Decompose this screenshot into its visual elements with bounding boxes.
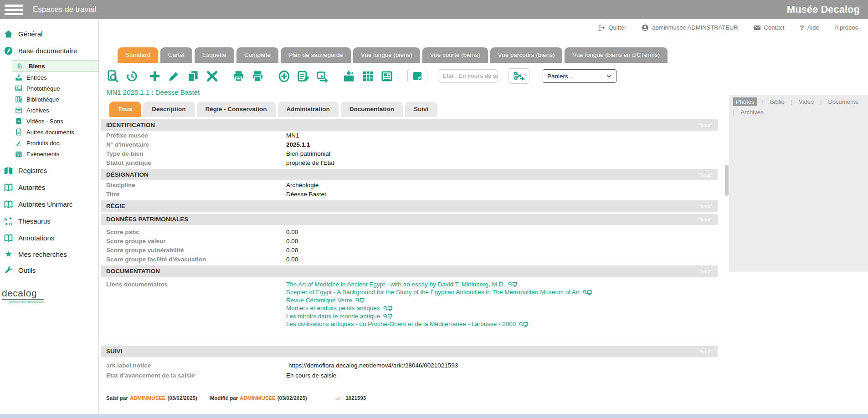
report-button[interactable] [381,70,393,82]
back-to-top-link[interactable]: ^haut^ [698,122,713,128]
sidebar-item-entrees[interactable]: Entrées [12,72,98,83]
vertical-scrollbar-thumb[interactable] [725,165,729,196]
sidebar-item-registres[interactable]: Registres [0,162,98,179]
base-documentaire-sublist: ♘ Biens Entrées Photothèque Bibliothèque… [12,60,98,159]
view-tab-etiquette[interactable]: Etiquette [195,47,234,63]
media-tab-separator: | [791,98,792,105]
detail-tab-tous[interactable]: Tous [109,102,141,117]
user-account[interactable]: adminmusee ADMINSTRATEUR [642,24,738,31]
back-to-top-link[interactable]: ^haut^ [698,349,713,354]
sidebar-item-autres-documents[interactable]: Autres documents [12,127,98,138]
sidebar-item-evenements[interactable]: Evènements [12,148,98,159]
link-tool-button[interactable] [508,68,529,84]
sidebar-item-thesaurus[interactable]: AB Thesaurus [0,213,98,229]
delete-button[interactable] [206,70,218,82]
duplicate-button[interactable] [187,70,199,82]
grid-calc-button[interactable] [362,70,374,82]
field-value: 0.00 [286,229,298,235]
detail-tab-administration[interactable]: Administration [278,102,339,117]
sidebar-item-base-documentaire[interactable]: Base documentaire [0,42,98,59]
media-tab-documents[interactable]: Documents [826,97,860,106]
documentation-link[interactable]: Scepter of Egypt - A Background for the … [286,289,592,296]
sidebar-item-videos-sons[interactable]: Vidéos - Sons [12,116,98,127]
field-row: Score groupe facilité d'évacuation 0.00 [101,255,718,264]
paniers-select[interactable]: Paniers... [543,69,616,83]
history-button[interactable] [126,70,138,82]
edit-form-button[interactable] [297,70,309,82]
field-row: Score groupe valeur 0.00 [101,236,718,245]
field-value: En cours de saisie [286,372,336,379]
add-button[interactable] [149,70,161,82]
view-tab-standard[interactable]: Standard [118,47,158,63]
back-to-top-link[interactable]: ^haut^ [698,269,713,274]
sidebar-item-mes-recherches[interactable]: ★ Mes recherches [0,246,98,262]
quit-link[interactable]: Quitter [598,24,626,31]
media-tab-biblio[interactable]: Biblio [768,97,786,106]
menu-icon[interactable] [5,3,23,17]
sidebar-item-phototheque[interactable]: Photothèque [12,83,98,94]
back-to-top-link[interactable]: ^haut^ [698,204,713,209]
sidebar-item-autorites[interactable]: Autorités [0,179,98,196]
media-tab-photos[interactable]: Photos [733,97,757,106]
contact-link[interactable]: Contact [754,24,785,31]
documentation-link[interactable]: Mortiers et enduits peints antiques [286,305,592,312]
documentation-link[interactable]: The Art of Medicine in Ancient Egypt - w… [286,281,592,289]
note-button[interactable] [407,69,427,83]
view-tab-plan-sauvegarde[interactable]: Plan de sauvegarde [281,47,351,63]
view-tab-complete[interactable]: Complète [236,47,278,63]
documentation-link[interactable]: Revue Céramique Verre [286,297,592,305]
archive-in-button[interactable] [343,70,355,82]
sidebar-item-bibliotheque[interactable]: Bibliothèque [12,94,98,105]
view-tab-cartel[interactable]: Cartel [160,47,192,63]
sidebar-item-produits-doc[interactable]: Produits doc. [12,138,98,148]
modifie-par-date: (03/02/2025) [277,395,307,401]
database-badge-icon [4,46,13,56]
logo-text: decalog [2,288,44,300]
star-icon: ★ [4,250,13,258]
print-list-button[interactable] [252,70,264,82]
sidebar-item-label: Base documentaire [18,47,77,55]
view-tab-vue-parcours-biens[interactable]: Vue parcours (biens) [490,47,563,63]
sidebar-item-label: Autorités Unimarc [18,200,72,208]
preview-window-icon [519,321,529,327]
paniers-label: Paniers... [547,73,573,80]
detail-tab-suivi[interactable]: Suivi [405,102,437,117]
add-related-button[interactable] [278,70,290,82]
sidebar-item-biens[interactable]: ♘ Biens [12,60,98,72]
document-icon [15,128,22,136]
audit-line: Saisi par ADMINMUSEE (03/02/2025) Modifi… [106,395,718,401]
edit-button[interactable] [168,70,180,82]
about-link[interactable]: A propos [835,24,858,31]
field-value: 0.00 [286,256,298,263]
sidebar-item-outils[interactable]: Outils [0,262,98,279]
section-title: DONNÉES PATRIMONIALES [106,216,188,223]
view-tab-vue-longue-dcterms[interactable]: Vue longue (biens en DCTerms) [565,47,668,63]
sidebar-item-archives[interactable]: Archives [12,105,98,116]
field-row: Score psbc 0.00 [101,227,718,236]
back-to-top-link[interactable]: ^haut^ [698,172,713,178]
sidebar-item-general[interactable]: Général [0,25,98,42]
media-tab-video[interactable]: Vidéo [797,97,816,106]
view-tab-vue-longue-biens[interactable]: Vue longue (biens) [353,47,420,63]
field-value-ark-url[interactable]: https://demoflora.decalog.net/demov4/ark… [286,362,458,369]
field-label: Score groupe facilité d'évacuation [106,256,286,263]
sidebar-item-annotations[interactable]: Annotations [0,229,98,246]
view-tab-vue-courte-biens[interactable]: Vue courte (biens) [422,47,488,63]
preview-search-button[interactable] [107,70,119,82]
horizontal-scrollbar[interactable] [0,414,868,418]
documentation-link[interactable]: Les civilisations antiques - du Proche-O… [286,321,592,328]
back-to-top-link[interactable]: ^haut^ [698,217,713,222]
documentation-link[interactable]: Les miroirs dans le monde antique [286,313,592,321]
decalog-logo[interactable]: decalog partageons l'innovation [2,288,44,304]
transfer-button[interactable] [316,70,329,82]
chess-knight-icon: ♘ [15,62,25,70]
detail-tab-documentation[interactable]: Documentation [341,102,403,117]
sidebar-item-autorites-unimarc[interactable]: Autorités Unimarc [0,196,98,213]
media-tab-archives[interactable]: Archives [739,108,765,117]
print-button[interactable] [232,70,245,82]
detail-tab-regie-conservation[interactable]: Régie - Conservation [197,102,276,117]
help-link[interactable]: ? Aide [800,24,819,31]
preview-window-icon [383,306,393,311]
detail-tab-description[interactable]: Description [143,102,194,117]
etat-field[interactable]: Etat : En cours de saisie [438,69,498,83]
